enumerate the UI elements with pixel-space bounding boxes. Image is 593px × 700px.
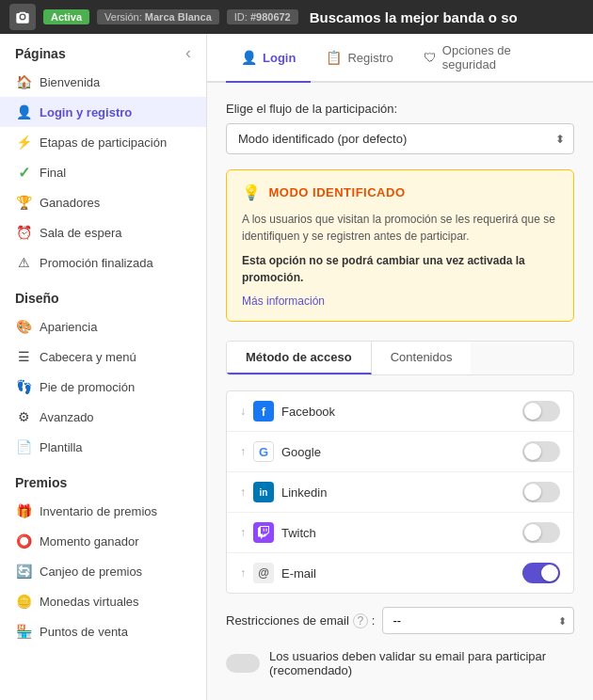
linkedin-logo: in	[253, 482, 274, 502]
drag-handle-linkedin[interactable]: ↑	[240, 485, 246, 499]
facebook-logo: f	[253, 401, 274, 422]
info-box-paragraph1: A los usuarios que visitan la promoción …	[242, 211, 558, 245]
restrictions-help-icon: ?	[353, 613, 368, 628]
sidebar-item-etapas[interactable]: Etapas de participación	[0, 127, 206, 157]
method-tab-contenidos[interactable]: Contenidos	[372, 342, 472, 374]
sidebar-item-label: Canjeo de premios	[40, 565, 142, 579]
toggle-validate-email[interactable]	[226, 654, 260, 673]
topbar: Activa Versión: Marca Blanca ID: #980672…	[0, 0, 593, 34]
tab-login[interactable]: 👤 Login	[226, 34, 311, 83]
tab-seguridad[interactable]: 🛡 Opciones de seguridad	[409, 34, 574, 83]
method-row-twitch: ↑ Twitch	[227, 513, 573, 553]
flow-label: Elige el flujo de la participación:	[226, 102, 574, 116]
sidebar-item-label: Plantilla	[40, 440, 83, 454]
clock-icon	[15, 224, 32, 241]
foot-icon	[15, 378, 32, 395]
warning-icon	[15, 254, 32, 271]
steps-icon	[15, 134, 32, 151]
toggle-linkedin[interactable]	[522, 482, 560, 502]
method-row-facebook: ↓ f Facebook	[227, 391, 573, 432]
restrictions-select[interactable]: --	[382, 607, 574, 634]
sidebar-item-bienvenida[interactable]: Bienvenida	[0, 67, 206, 97]
topbar-title: Buscamos la mejor banda o so	[310, 9, 518, 25]
sidebar-item-ganadores[interactable]: Ganadores	[0, 187, 206, 217]
sidebar-item-finalizada[interactable]: Promoción finalizada	[0, 247, 206, 278]
bulb-icon: 💡	[242, 183, 262, 201]
restrictions-label: Restricciones de email ? :	[226, 613, 375, 628]
drag-handle-google[interactable]: ↑	[240, 445, 246, 458]
validate-row: Los usuarios deben validar su email para…	[226, 644, 574, 683]
google-logo: G	[253, 441, 274, 462]
flow-select[interactable]: Modo identificado (por defecto) Modo anó…	[226, 123, 574, 154]
sidebar-item-label: Bienvenida	[40, 75, 100, 89]
tab-registro-label: Registro	[347, 51, 393, 65]
sidebar-item-label: Avanzado	[40, 410, 94, 424]
method-name-email: E-mail	[281, 566, 522, 581]
info-box-link[interactable]: Más información	[242, 294, 325, 308]
toggle-twitch[interactable]	[522, 522, 560, 543]
sidebar-item-monedas[interactable]: Monedas virtuales	[0, 586, 206, 616]
method-name-twitch: Twitch	[281, 526, 522, 540]
badge-activa: Activa	[43, 9, 89, 24]
camera-icon	[15, 9, 30, 24]
info-box-paragraph2: Esta opción no se podrá cambiar una vez …	[242, 252, 558, 286]
validate-text: Los usuarios deben validar su email para…	[269, 649, 574, 677]
tab-registro[interactable]: 📋 Registro	[311, 34, 408, 83]
sidebar-item-pie[interactable]: Pie de promoción	[0, 372, 206, 402]
home-icon	[15, 73, 32, 90]
method-name-facebook: Facebook	[281, 405, 522, 419]
gift-icon	[15, 502, 32, 519]
sidebar-item-momento[interactable]: Momento ganador	[0, 526, 206, 556]
trophy-icon	[15, 194, 32, 211]
email-logo: @	[253, 563, 274, 583]
restrictions-select-wrapper: --	[382, 607, 574, 634]
badge-id: ID: #980672	[227, 9, 298, 24]
topbar-icon	[9, 4, 36, 30]
sidebar-section-title-pages: Páginas	[15, 46, 66, 61]
sidebar-item-label: Final	[40, 166, 66, 180]
sidebar-collapse-button[interactable]: ‹	[185, 43, 191, 63]
drag-handle-twitch[interactable]: ↑	[240, 526, 246, 539]
sidebar-item-final[interactable]: Final	[0, 157, 206, 187]
user-tab-icon: 👤	[241, 50, 257, 65]
toggle-google[interactable]	[522, 441, 560, 462]
sidebar-item-plantilla[interactable]: Plantilla	[0, 432, 206, 462]
sidebar-item-espera[interactable]: Sala de espera	[0, 217, 206, 247]
menu-icon	[15, 348, 32, 365]
shield-tab-icon: 🛡	[424, 50, 437, 65]
sidebar-item-label: Puntos de venta	[40, 625, 128, 639]
toggle-email[interactable]	[522, 563, 560, 583]
tab-login-label: Login	[263, 51, 296, 65]
sidebar-item-label: Promoción finalizada	[40, 256, 153, 270]
method-row-google: ↑ G Google	[227, 432, 573, 472]
sidebar-item-label: Monedas virtuales	[40, 595, 139, 609]
sidebar-item-label: Etapas de participación	[40, 135, 167, 150]
content-area: 👤 Login 📋 Registro 🛡 Opciones de segurid…	[207, 34, 593, 700]
method-row-email: ↑ @ E-mail	[227, 553, 573, 593]
sidebar-item-avanzado[interactable]: Avanzado	[0, 402, 206, 432]
sidebar-item-apariencia[interactable]: Apariencia	[0, 311, 206, 342]
badge-version: Versión: Marca Blanca	[97, 9, 219, 24]
sidebar-item-label: Apariencia	[40, 320, 97, 334]
sidebar-item-puntos[interactable]: Puntos de venta	[0, 616, 206, 646]
sidebar-item-login[interactable]: Login y registro	[0, 97, 206, 127]
paint-icon	[15, 318, 32, 335]
sidebar-item-inventario[interactable]: Inventario de premios	[0, 496, 206, 526]
moment-icon	[15, 533, 32, 549]
sidebar-item-canjeo[interactable]: Canjeo de premios	[0, 556, 206, 586]
template-icon	[15, 438, 32, 455]
method-name-google: Google	[281, 445, 522, 459]
sidebar-item-label: Sala de espera	[40, 226, 121, 240]
drag-handle-email[interactable]: ↑	[240, 566, 246, 580]
sidebar: Páginas ‹ Bienvenida Login y registro Et…	[0, 34, 207, 700]
method-tab-bar: Método de acceso Contenidos	[226, 341, 574, 375]
methods-list: ↓ f Facebook ↑ G Google ↑ in Linkedin	[226, 390, 574, 594]
toggle-facebook[interactable]	[522, 401, 560, 422]
method-tab-acceso[interactable]: Método de acceso	[227, 342, 372, 374]
sidebar-item-label: Cabecera y menú	[40, 350, 136, 364]
redeem-icon	[15, 563, 32, 580]
drag-handle-facebook[interactable]: ↓	[240, 405, 246, 418]
method-name-linkedin: Linkedin	[281, 485, 522, 500]
sidebar-item-cabecera[interactable]: Cabecera y menú	[0, 342, 206, 372]
user-icon	[15, 103, 32, 120]
